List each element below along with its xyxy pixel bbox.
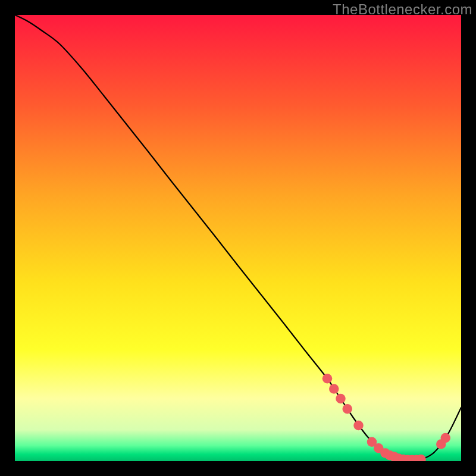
highlight-marker — [353, 421, 364, 431]
highlight-marker — [336, 394, 346, 404]
highlight-marker — [322, 374, 333, 384]
watermark-text: TheBottlenecker.com — [333, 1, 472, 18]
highlight-marker — [343, 404, 353, 414]
highlight-marker — [441, 433, 451, 443]
chart-svg — [15, 15, 461, 461]
gradient-background — [15, 15, 461, 461]
chart-frame: TheBottlenecker.com — [0, 0, 476, 476]
highlight-marker — [329, 384, 339, 394]
chart-plot-area — [15, 15, 461, 461]
